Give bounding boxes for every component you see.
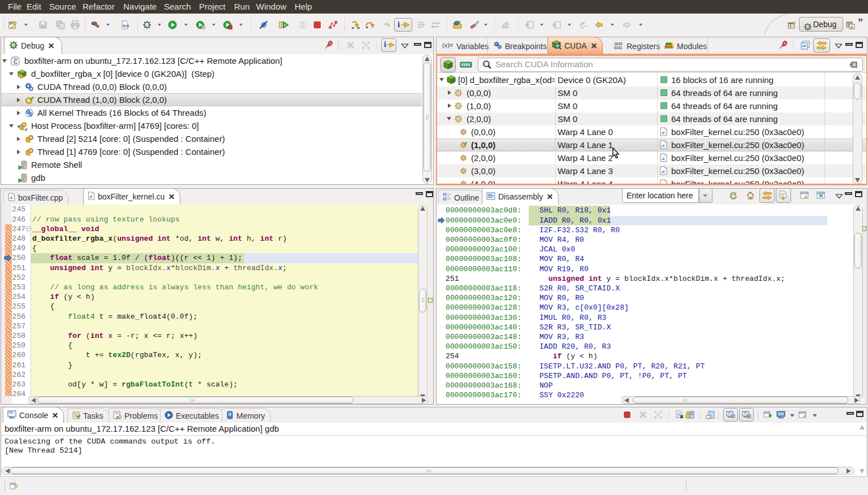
svg-text:(x)=: (x)= xyxy=(442,42,453,49)
svg-text:c: c xyxy=(850,24,853,29)
svg-text:C: C xyxy=(14,59,18,65)
svg-text:0101: 0101 xyxy=(614,46,623,50)
svg-text:.c: .c xyxy=(9,195,12,200)
svg-text:010: 010 xyxy=(123,24,129,28)
svg-text:1010: 1010 xyxy=(614,41,623,45)
svg-text:.c: .c xyxy=(89,194,92,199)
